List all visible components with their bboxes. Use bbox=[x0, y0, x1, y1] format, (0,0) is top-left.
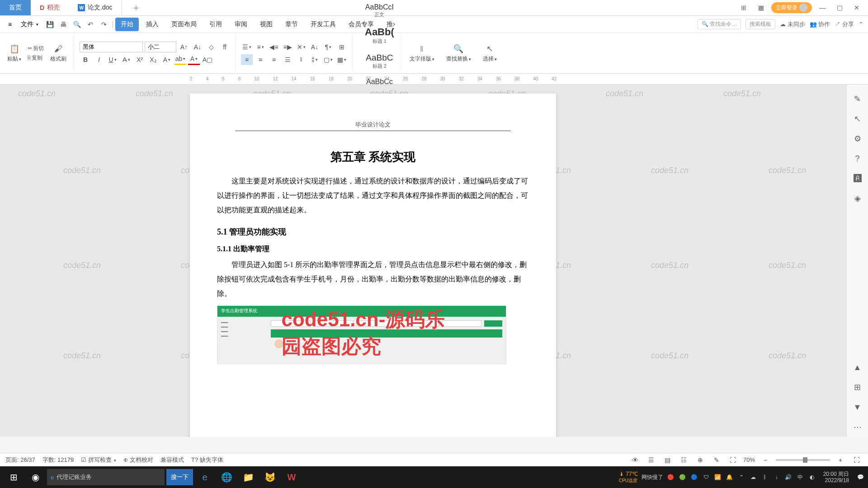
close-button[interactable]: ✕ bbox=[850, 1, 863, 14]
undo-icon[interactable]: ↶ bbox=[85, 19, 96, 30]
pen-icon[interactable]: ✎ bbox=[852, 94, 863, 104]
tray-wifi-icon[interactable]: 📶 bbox=[714, 473, 722, 481]
word-count[interactable]: 字数: 12179 bbox=[42, 456, 74, 464]
more-icon[interactable]: ⋯ bbox=[852, 422, 863, 432]
tray-icon[interactable]: ↓ bbox=[773, 473, 781, 481]
italic-button[interactable]: I bbox=[93, 54, 105, 65]
login-button[interactable]: 立即登录 bbox=[771, 2, 812, 13]
menu-devtools[interactable]: 开发工具 bbox=[305, 18, 341, 31]
distribute-button[interactable]: ⫴ bbox=[295, 54, 307, 65]
settings-slider-icon[interactable]: ⚙ bbox=[852, 133, 863, 144]
preview-icon[interactable]: 🔍 bbox=[71, 19, 83, 30]
share-button[interactable]: ↗ 分享 bbox=[835, 20, 854, 28]
numbering-button[interactable]: ≡▾ bbox=[255, 42, 266, 52]
bold-button[interactable]: B bbox=[80, 54, 91, 65]
paste-button[interactable]: 📋粘贴▾ bbox=[5, 42, 24, 65]
redo-icon[interactable]: ↷ bbox=[98, 19, 110, 30]
sync-status[interactable]: ☁ 未同步 bbox=[780, 20, 805, 28]
cut-button[interactable]: ✂ 剪切 bbox=[28, 45, 44, 52]
missing-font[interactable]: T? 缺失字体 bbox=[191, 456, 223, 464]
grow-font-icon[interactable]: A↑ bbox=[178, 42, 190, 52]
find-replace-button[interactable]: 🔍查找替换▾ bbox=[443, 42, 474, 65]
fullscreen-icon[interactable]: ⛶ bbox=[851, 455, 863, 465]
select-button[interactable]: ↖选择▾ bbox=[480, 42, 500, 65]
view-read-icon[interactable]: ⊕ bbox=[694, 455, 706, 465]
clear-format-icon[interactable]: ◇ bbox=[205, 42, 217, 52]
shrink-font-icon[interactable]: A↓ bbox=[192, 42, 203, 52]
document-page[interactable]: 毕业设计论文 第五章 系统实现 这里主要是对系统设计实现进行描述，通过系统的设计… bbox=[190, 94, 556, 437]
phonetic-icon[interactable]: ff bbox=[219, 42, 231, 52]
font-color-button[interactable]: A▾ bbox=[188, 54, 200, 65]
spell-check-toggle[interactable]: ☑ 拼写检查 ▾ bbox=[81, 456, 116, 464]
temp-widget[interactable]: 🌡 77℃CPU温度 bbox=[619, 471, 638, 484]
highlight-button[interactable]: ab▾ bbox=[175, 54, 186, 65]
subscript-button[interactable]: X₂ bbox=[147, 54, 159, 65]
tray-bluetooth-icon[interactable]: ᛒ bbox=[761, 473, 769, 481]
net-speed-widget[interactable]: 网快慢了 bbox=[642, 474, 663, 481]
zoom-out-button[interactable]: − bbox=[760, 455, 771, 465]
strike-button[interactable]: A̶▾ bbox=[120, 54, 132, 65]
zoom-grid-icon[interactable]: ⊞ bbox=[852, 382, 863, 393]
menu-references[interactable]: 引用 bbox=[204, 18, 227, 31]
fit-icon[interactable]: ⛶ bbox=[727, 455, 739, 465]
tab-document[interactable]: W论文.doc bbox=[69, 0, 122, 15]
shading-button[interactable]: ▢▾ bbox=[322, 54, 334, 65]
clock[interactable]: 20:00 周日2022/9/18 bbox=[820, 471, 853, 484]
body-paragraph[interactable]: 管理员进入如图 5-1 所示的出勤率管理界面之后，管理员点击信息显示栏中最右侧的… bbox=[217, 258, 529, 301]
document-area[interactable]: code51.cn code51.cn code51.cn code51.cn … bbox=[0, 84, 868, 437]
eye-icon[interactable]: 👁 bbox=[629, 455, 641, 465]
maximize-button[interactable]: ▢ bbox=[833, 1, 846, 14]
borders-button[interactable]: ▦▾ bbox=[336, 54, 348, 65]
diamond-icon[interactable]: ◈ bbox=[852, 193, 863, 204]
view-outline-icon[interactable]: ▤ bbox=[662, 455, 674, 465]
coop-button[interactable]: 👥 协作 bbox=[810, 20, 830, 28]
menu-chevron-icon[interactable]: ⌃ bbox=[859, 21, 863, 28]
font-name-select[interactable] bbox=[80, 42, 143, 52]
indent-button[interactable]: ≡▶ bbox=[282, 42, 293, 52]
menu-view[interactable]: 视图 bbox=[255, 18, 278, 31]
notifications-icon[interactable]: 💬 bbox=[856, 473, 864, 481]
tray-bell-icon[interactable]: 🔔 bbox=[726, 473, 734, 481]
view-web-icon[interactable]: ☷ bbox=[678, 455, 690, 465]
grid-icon[interactable]: ⊞ bbox=[737, 1, 750, 14]
menu-start[interactable]: 开始 bbox=[115, 18, 139, 31]
minimize-button[interactable]: — bbox=[816, 1, 829, 14]
copy-button[interactable]: ⎘ 复制 bbox=[28, 54, 44, 62]
app1-icon[interactable]: 😺 bbox=[260, 468, 280, 486]
zoom-in-button[interactable]: + bbox=[835, 455, 846, 465]
explorer-icon[interactable]: 📁 bbox=[238, 468, 258, 486]
underline-button[interactable]: U▾ bbox=[107, 54, 118, 65]
tray-shield-icon[interactable]: 🛡 bbox=[702, 473, 710, 481]
taskbar-search[interactable]: e代理记账业务 bbox=[47, 469, 165, 485]
tab-new[interactable]: ＋ bbox=[122, 0, 150, 15]
scroll-down-icon[interactable]: ▼ bbox=[852, 402, 863, 413]
tray-volume-icon[interactable]: 🔊 bbox=[784, 473, 793, 481]
tray-cloud-icon[interactable]: ☁ bbox=[749, 473, 757, 481]
apps-icon[interactable]: ▦ bbox=[754, 1, 768, 14]
font-size-select[interactable] bbox=[145, 42, 176, 52]
help-icon[interactable]: ? bbox=[852, 153, 863, 164]
ime-indicator[interactable]: 中 bbox=[796, 473, 804, 481]
tab-daoke[interactable]: D稻壳 bbox=[31, 0, 69, 15]
print-icon[interactable]: 🖶 bbox=[57, 19, 69, 30]
chrome-icon[interactable]: 🌐 bbox=[217, 468, 236, 486]
markup-icon[interactable]: ✎ bbox=[711, 455, 722, 465]
superscript-button[interactable]: X² bbox=[134, 54, 146, 65]
text-layout-button[interactable]: ⦀文字排版▾ bbox=[407, 42, 437, 65]
menu-review[interactable]: 审阅 bbox=[229, 18, 253, 31]
tray-icon[interactable]: 🔴 bbox=[667, 473, 675, 481]
asian-layout-button[interactable]: ✕▾ bbox=[295, 42, 307, 52]
view-page-icon[interactable]: ☰ bbox=[646, 455, 657, 465]
proofread-button[interactable]: ⊕ 文档校对 bbox=[123, 456, 153, 464]
hamburger-icon[interactable]: ≡ bbox=[5, 19, 15, 30]
chapter-title[interactable]: 第五章 系统实现 bbox=[217, 149, 529, 165]
align-justify-button[interactable]: ☰ bbox=[282, 54, 293, 65]
section-heading[interactable]: 5.1 管理员功能实现 bbox=[217, 226, 529, 237]
line-spacing-button[interactable]: ‡▾ bbox=[309, 54, 321, 65]
zoom-percent[interactable]: 70% bbox=[743, 456, 755, 463]
tray-icon[interactable]: 🟢 bbox=[679, 473, 687, 481]
align-center-button[interactable]: ≡ bbox=[255, 54, 266, 65]
tab-home[interactable]: 首页 bbox=[0, 0, 31, 15]
save-icon[interactable]: 💾 bbox=[44, 19, 56, 30]
start-button[interactable]: ⊞ bbox=[4, 468, 24, 486]
